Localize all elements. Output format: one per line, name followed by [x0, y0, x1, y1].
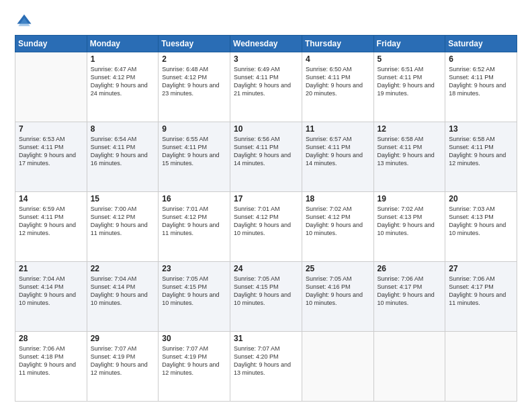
calendar-week-row: 28Sunrise: 7:06 AMSunset: 4:18 PMDayligh…: [15, 332, 517, 402]
day-number: 29: [91, 334, 155, 343]
day-number: 23: [162, 264, 226, 273]
calendar-day-cell: 17Sunrise: 7:01 AMSunset: 4:12 PMDayligh…: [230, 192, 302, 262]
logo-icon: [15, 12, 34, 31]
day-number: 20: [449, 194, 513, 203]
page: SundayMondayTuesdayWednesdayThursdayFrid…: [0, 0, 532, 411]
calendar-day-cell: 30Sunrise: 7:07 AMSunset: 4:19 PMDayligh…: [159, 332, 230, 402]
day-number: 2: [162, 54, 226, 64]
day-info: Sunrise: 7:07 AMSunset: 4:20 PMDaylight:…: [234, 345, 298, 377]
weekday-header: Wednesday: [230, 36, 302, 52]
weekday-header: Saturday: [445, 36, 517, 52]
calendar-table: SundayMondayTuesdayWednesdayThursdayFrid…: [15, 35, 517, 402]
header: [15, 12, 517, 31]
day-info: Sunrise: 6:58 AMSunset: 4:11 PMDaylight:…: [378, 135, 442, 168]
calendar-day-cell: 14Sunrise: 6:59 AMSunset: 4:11 PMDayligh…: [15, 192, 87, 262]
calendar-day-cell: [15, 52, 87, 122]
day-number: 8: [91, 124, 155, 134]
day-info: Sunrise: 6:54 AMSunset: 4:11 PMDaylight:…: [91, 135, 155, 168]
day-number: 28: [19, 334, 83, 343]
day-info: Sunrise: 6:56 AMSunset: 4:11 PMDaylight:…: [234, 135, 298, 168]
calendar-day-cell: 28Sunrise: 7:06 AMSunset: 4:18 PMDayligh…: [15, 332, 87, 402]
day-info: Sunrise: 7:05 AMSunset: 4:15 PMDaylight:…: [234, 275, 298, 308]
day-info: Sunrise: 6:59 AMSunset: 4:11 PMDaylight:…: [19, 205, 83, 238]
calendar-week-row: 1Sunrise: 6:47 AMSunset: 4:12 PMDaylight…: [15, 52, 517, 122]
weekday-header: Friday: [373, 36, 445, 52]
weekday-header-row: SundayMondayTuesdayWednesdayThursdayFrid…: [15, 36, 517, 52]
day-info: Sunrise: 6:52 AMSunset: 4:11 PMDaylight:…: [449, 65, 513, 98]
calendar-day-cell: 3Sunrise: 6:49 AMSunset: 4:11 PMDaylight…: [230, 52, 302, 122]
day-info: Sunrise: 7:02 AMSunset: 4:13 PMDaylight:…: [378, 205, 442, 238]
calendar-day-cell: [302, 332, 373, 402]
day-number: 25: [306, 264, 370, 273]
day-number: 26: [378, 264, 442, 273]
day-number: 1: [91, 54, 155, 64]
day-number: 11: [306, 124, 370, 134]
day-number: 13: [449, 124, 513, 134]
day-info: Sunrise: 7:00 AMSunset: 4:12 PMDaylight:…: [91, 205, 155, 238]
day-number: 24: [234, 264, 298, 273]
day-info: Sunrise: 6:47 AMSunset: 4:12 PMDaylight:…: [91, 65, 155, 98]
calendar-week-row: 7Sunrise: 6:53 AMSunset: 4:11 PMDaylight…: [15, 122, 517, 192]
day-info: Sunrise: 6:55 AMSunset: 4:11 PMDaylight:…: [162, 135, 226, 168]
calendar-day-cell: 13Sunrise: 6:58 AMSunset: 4:11 PMDayligh…: [445, 122, 517, 192]
day-number: 10: [234, 124, 298, 134]
calendar-day-cell: 16Sunrise: 7:01 AMSunset: 4:12 PMDayligh…: [159, 192, 230, 262]
calendar-day-cell: 26Sunrise: 7:06 AMSunset: 4:17 PMDayligh…: [373, 262, 445, 332]
calendar-day-cell: 22Sunrise: 7:04 AMSunset: 4:14 PMDayligh…: [87, 262, 159, 332]
day-info: Sunrise: 7:01 AMSunset: 4:12 PMDaylight:…: [234, 205, 298, 238]
day-number: 17: [234, 194, 298, 203]
calendar-day-cell: 8Sunrise: 6:54 AMSunset: 4:11 PMDaylight…: [87, 122, 159, 192]
day-info: Sunrise: 6:58 AMSunset: 4:11 PMDaylight:…: [449, 135, 513, 168]
day-number: 6: [449, 54, 513, 64]
day-info: Sunrise: 7:06 AMSunset: 4:17 PMDaylight:…: [449, 275, 513, 308]
calendar-day-cell: 25Sunrise: 7:05 AMSunset: 4:16 PMDayligh…: [302, 262, 373, 332]
day-info: Sunrise: 6:50 AMSunset: 4:11 PMDaylight:…: [306, 65, 370, 98]
day-info: Sunrise: 7:05 AMSunset: 4:16 PMDaylight:…: [306, 275, 370, 308]
calendar-day-cell: 4Sunrise: 6:50 AMSunset: 4:11 PMDaylight…: [302, 52, 373, 122]
day-info: Sunrise: 7:02 AMSunset: 4:12 PMDaylight:…: [306, 205, 370, 238]
day-number: 15: [91, 194, 155, 203]
day-info: Sunrise: 6:49 AMSunset: 4:11 PMDaylight:…: [234, 65, 298, 98]
day-info: Sunrise: 7:04 AMSunset: 4:14 PMDaylight:…: [19, 275, 83, 308]
day-number: 9: [162, 124, 226, 134]
calendar-day-cell: 29Sunrise: 7:07 AMSunset: 4:19 PMDayligh…: [87, 332, 159, 402]
day-number: 27: [449, 264, 513, 273]
calendar-day-cell: [445, 332, 517, 402]
calendar-week-row: 21Sunrise: 7:04 AMSunset: 4:14 PMDayligh…: [15, 262, 517, 332]
day-info: Sunrise: 7:07 AMSunset: 4:19 PMDaylight:…: [162, 345, 226, 377]
day-number: 7: [19, 124, 83, 134]
day-info: Sunrise: 6:48 AMSunset: 4:12 PMDaylight:…: [162, 65, 226, 98]
day-number: 3: [234, 54, 298, 64]
calendar-day-cell: 11Sunrise: 6:57 AMSunset: 4:11 PMDayligh…: [302, 122, 373, 192]
day-info: Sunrise: 7:05 AMSunset: 4:15 PMDaylight:…: [162, 275, 226, 308]
day-info: Sunrise: 7:06 AMSunset: 4:17 PMDaylight:…: [378, 275, 442, 308]
weekday-header: Thursday: [302, 36, 373, 52]
day-info: Sunrise: 7:07 AMSunset: 4:19 PMDaylight:…: [91, 345, 155, 377]
day-number: 5: [378, 54, 442, 64]
day-number: 21: [19, 264, 83, 273]
day-number: 14: [19, 194, 83, 203]
day-info: Sunrise: 7:01 AMSunset: 4:12 PMDaylight:…: [162, 205, 226, 238]
logo: [15, 12, 36, 31]
day-info: Sunrise: 7:04 AMSunset: 4:14 PMDaylight:…: [91, 275, 155, 308]
calendar-day-cell: 20Sunrise: 7:03 AMSunset: 4:13 PMDayligh…: [445, 192, 517, 262]
day-number: 18: [306, 194, 370, 203]
day-info: Sunrise: 6:51 AMSunset: 4:11 PMDaylight:…: [378, 65, 442, 98]
calendar-day-cell: 21Sunrise: 7:04 AMSunset: 4:14 PMDayligh…: [15, 262, 87, 332]
weekday-header: Tuesday: [159, 36, 230, 52]
day-info: Sunrise: 6:57 AMSunset: 4:11 PMDaylight:…: [306, 135, 370, 168]
calendar-day-cell: 10Sunrise: 6:56 AMSunset: 4:11 PMDayligh…: [230, 122, 302, 192]
day-number: 12: [378, 124, 442, 134]
day-number: 19: [378, 194, 442, 203]
calendar-day-cell: [373, 332, 445, 402]
weekday-header: Sunday: [15, 36, 87, 52]
weekday-header: Monday: [87, 36, 159, 52]
day-number: 30: [162, 334, 226, 343]
day-number: 31: [234, 334, 298, 343]
day-info: Sunrise: 6:53 AMSunset: 4:11 PMDaylight:…: [19, 135, 83, 168]
calendar-day-cell: 7Sunrise: 6:53 AMSunset: 4:11 PMDaylight…: [15, 122, 87, 192]
calendar-day-cell: 24Sunrise: 7:05 AMSunset: 4:15 PMDayligh…: [230, 262, 302, 332]
day-info: Sunrise: 7:06 AMSunset: 4:18 PMDaylight:…: [19, 345, 83, 377]
calendar-day-cell: 18Sunrise: 7:02 AMSunset: 4:12 PMDayligh…: [302, 192, 373, 262]
calendar-day-cell: 5Sunrise: 6:51 AMSunset: 4:11 PMDaylight…: [373, 52, 445, 122]
